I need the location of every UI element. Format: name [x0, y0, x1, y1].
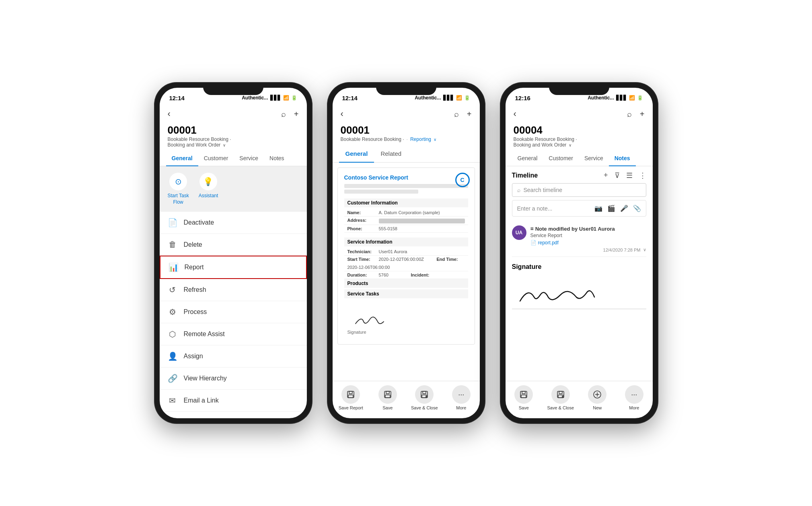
reporting-label[interactable]: Reporting — [410, 136, 431, 142]
phone1-breadcrumb: Bookable Resource Booking · — [168, 136, 299, 142]
phone2-record-header: 00001 Bookable Resource Booking · · Repo… — [333, 122, 480, 145]
tab-related-p2[interactable]: Related — [374, 145, 408, 163]
phone2-notch — [376, 83, 436, 95]
service-section-title: Service Information — [344, 238, 468, 246]
technician-value: User01 Aurora — [379, 249, 465, 254]
name-value: A. Datum Corporation (sample) — [379, 210, 465, 215]
attach-icon[interactable]: 📎 — [633, 204, 641, 212]
svg-rect-1 — [349, 391, 352, 394]
assistant-button[interactable]: 💡 Assistant — [199, 173, 218, 205]
deactivate-icon: 📄 — [168, 218, 177, 227]
tab-customer-p1[interactable]: Customer — [198, 151, 234, 166]
customer-section-title: Customer Information — [344, 198, 468, 207]
note-type-icon: ≡ — [530, 225, 534, 232]
report-logo: C — [455, 173, 470, 187]
tab-notes-p1[interactable]: Notes — [264, 151, 290, 166]
products-section-title: Products — [344, 279, 468, 288]
video-icon[interactable]: 🎬 — [607, 204, 615, 212]
phone3-search-icon[interactable]: ⌕ — [627, 109, 632, 119]
phone3-dropdown-icon[interactable]: ∨ — [569, 143, 571, 147]
timeline-title: Timeline — [512, 172, 538, 179]
timeline-filter-icon[interactable]: ⊽ — [615, 171, 620, 180]
more-icon-p2: ··· — [452, 385, 471, 404]
tab-general-p1[interactable]: General — [166, 151, 198, 166]
phone1-search-icon[interactable]: ⌕ — [281, 109, 286, 119]
save-close-button-p2[interactable]: Save & Close — [406, 385, 443, 410]
new-button-p3[interactable]: New — [579, 385, 616, 410]
assign-item[interactable]: 👤 Assign — [160, 345, 307, 368]
phone1-add-icon[interactable]: + — [294, 109, 299, 119]
timeline-sort-icon[interactable]: ☰ — [626, 171, 633, 180]
remote-assist-item[interactable]: ⬡ Remote Assist — [160, 323, 307, 345]
view-hierarchy-item[interactable]: 🔗 View Hierarchy — [160, 368, 307, 390]
more-label-p2: More — [456, 405, 466, 410]
more-button-p2[interactable]: ··· More — [443, 385, 480, 410]
process-item[interactable]: ⚙ Process — [160, 301, 307, 323]
email-link-icon: ✉ — [168, 396, 177, 405]
more-button-p3[interactable]: ··· More — [616, 385, 653, 410]
save-close-button-p3[interactable]: Save & Close — [542, 385, 579, 410]
phone3-back-button[interactable]: ‹ — [514, 109, 516, 119]
tab-general-p2[interactable]: General — [339, 145, 374, 163]
phone3-subtitle2: Booking and Work Order — [514, 142, 567, 148]
phone2-add-icon[interactable]: + — [467, 109, 472, 119]
search-timeline-input[interactable]: ⌕ Search timeline — [512, 183, 646, 197]
note-input-area[interactable]: Enter a note... 📷 🎬 🎤 📎 — [512, 200, 646, 217]
phone2-wrapper: 12:14 Authentic... ▋▋▋ 📶 🔋 ‹ ⌕ + — [328, 83, 485, 423]
save-button-p3[interactable]: Save — [506, 385, 543, 410]
note-attachment-link[interactable]: 📄 report.pdf — [530, 240, 646, 246]
view-hierarchy-icon: 🔗 — [168, 374, 177, 383]
technician-label: Technician: — [347, 249, 376, 254]
save-label-p2: Save — [382, 405, 393, 410]
tab-service-p3[interactable]: Service — [579, 151, 609, 166]
save-button-p2[interactable]: Save — [369, 385, 406, 410]
report-label: Report — [185, 264, 204, 271]
svg-rect-2 — [348, 395, 353, 398]
tab-general-p3[interactable]: General — [512, 151, 543, 166]
timeline-more-icon[interactable]: ⋮ — [639, 171, 646, 180]
save-report-button[interactable]: Save Report — [333, 385, 370, 410]
camera-icon[interactable]: 📷 — [594, 204, 602, 212]
signature-caption: Signature — [347, 330, 366, 335]
report-signature-area: Signature — [344, 306, 468, 338]
svg-rect-5 — [385, 395, 390, 398]
phone1-inner: 12:14 Authentic... ▋▋▋ 📶 🔋 ‹ ⌕ + — [160, 88, 307, 418]
start-task-flow-button[interactable]: ⊙ Start TaskFlow — [168, 173, 189, 205]
flow-icon: » — [168, 418, 177, 418]
phone3-add-icon[interactable]: + — [640, 109, 645, 119]
phone1-back-button[interactable]: ‹ — [168, 109, 171, 119]
svg-rect-4 — [386, 391, 389, 394]
note-expand-icon[interactable]: ∨ — [643, 247, 646, 252]
phone1-dropdown-icon[interactable]: ∨ — [223, 143, 226, 147]
phone3-nav-actions: ⌕ + — [627, 109, 645, 119]
service-tasks-section-title: Service Tasks — [344, 289, 468, 298]
phone1-breadcrumb2: Booking and Work Order ∨ — [168, 142, 299, 148]
phone2-search-icon[interactable]: ⌕ — [454, 109, 459, 119]
phone2-back-button[interactable]: ‹ — [341, 109, 343, 119]
deactivate-item[interactable]: 📄 Deactivate — [160, 212, 307, 234]
assign-label: Assign — [184, 353, 203, 360]
phone2-nav-actions: ⌕ + — [454, 109, 472, 119]
delete-item[interactable]: 🗑 Delete — [160, 234, 307, 256]
reporting-chevron-icon[interactable]: ∨ — [434, 137, 436, 142]
phone1-subtitle2: Booking and Work Order — [168, 142, 221, 148]
assistant-icon: 💡 — [199, 173, 217, 190]
note-timestamp: 12/4/2020 7:28 PM — [603, 248, 641, 252]
email-link-item[interactable]: ✉ Email a Link — [160, 390, 307, 412]
mic-icon[interactable]: 🎤 — [620, 204, 628, 212]
svg-rect-15 — [559, 391, 562, 394]
phone1-menu-top: ⊙ Start TaskFlow 💡 Assistant — [160, 166, 307, 212]
refresh-item[interactable]: ↺ Refresh — [160, 279, 307, 301]
tab-notes-p3[interactable]: Notes — [609, 151, 636, 166]
timeline-add-icon[interactable]: + — [604, 171, 608, 180]
save-icon-p2 — [378, 385, 397, 404]
tab-customer-p3[interactable]: Customer — [543, 151, 579, 166]
phones-container: 12:14 Authentic... ▋▋▋ 📶 🔋 ‹ ⌕ + — [155, 83, 658, 423]
tab-service-p1[interactable]: Service — [234, 151, 264, 166]
email-link-label: Email a Link — [184, 397, 219, 404]
phone1-tab-bar: General Customer Service Notes — [160, 151, 307, 166]
start-task-flow-label: Start TaskFlow — [168, 193, 189, 205]
flow-item[interactable]: » Flow — [160, 412, 307, 418]
phone3-breadcrumb: Bookable Resource Booking · — [514, 136, 645, 142]
report-item[interactable]: 📊 Report — [160, 256, 307, 279]
